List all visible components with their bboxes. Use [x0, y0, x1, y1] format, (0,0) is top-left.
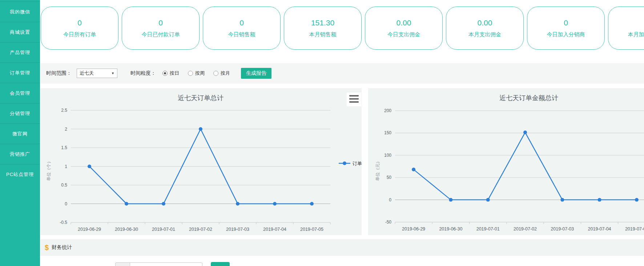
y-tick-label: 100	[384, 153, 391, 158]
sidebar-item-1[interactable]: 商城设置	[0, 22, 40, 42]
sidebar-item-4[interactable]: 会员管理	[0, 83, 40, 103]
y-tick-label: -50	[385, 220, 392, 225]
stat-card-label: 今日加入分销商	[547, 31, 585, 38]
chart-title: 近七天订单总计	[178, 94, 224, 102]
stat-card-label: 本月加入分销商	[628, 31, 644, 38]
chart-title: 近七天订单金额总计	[499, 94, 558, 102]
line-chart[interactable]: 近七天订单金额总计200150100500-50单位（元）2019-06-292…	[368, 88, 644, 235]
stat-card-3: 151.30本月销售额	[284, 7, 362, 50]
data-point[interactable]	[523, 131, 527, 134]
sidebar-item-7[interactable]: 营销推广	[0, 144, 40, 164]
y-tick-label: 2	[65, 127, 67, 132]
sidebar: 我的微信商城设置产品管理订单管理会员管理分销管理微官网营销推广PC站点管理	[0, 0, 40, 266]
data-point[interactable]	[88, 165, 91, 168]
data-point[interactable]	[449, 198, 452, 202]
toolbox-dataview-icon[interactable]	[347, 93, 361, 106]
stat-card-6: 0今日加入分销商	[527, 7, 605, 50]
y-tick-label: -0.5	[60, 220, 67, 225]
stat-card-label: 本月销售额	[309, 31, 337, 38]
data-point[interactable]	[598, 198, 601, 202]
x-tick-label: 2019-06-30	[115, 227, 138, 232]
filter-bar: 时间范围： 近七天 ▼ 时间粒度： 按日按周按月 生成报告	[40, 63, 644, 83]
x-tick-label: 2019-07-01	[476, 226, 500, 232]
x-tick-label: 2019-07-02	[514, 226, 537, 232]
line-chart[interactable]: 近七天订单总计2.521.510.50-0.5单位（个）2019-06-2920…	[40, 88, 362, 235]
radio-option-2[interactable]: 按月	[213, 70, 230, 77]
stat-card-value: 0.00	[397, 19, 411, 27]
stat-card-label: 今日支出佣金	[387, 31, 420, 38]
time-range-value: 近七天	[80, 70, 94, 77]
stat-card-label: 今日已付款订单	[142, 31, 180, 38]
stat-card-0: 0今日所有订单	[41, 7, 118, 50]
x-tick-label: 2019-06-30	[439, 226, 462, 232]
x-tick-label: 2019-07-03	[551, 226, 574, 232]
stat-card-value: 0	[158, 19, 163, 27]
stat-card-value: 151.30	[311, 19, 334, 27]
radio-label: 按日	[170, 70, 179, 77]
order-amount-chart-panel[interactable]: 近七天订单金额总计200150100500-50单位（元）2019-06-292…	[368, 88, 644, 235]
data-point[interactable]	[125, 202, 128, 206]
dashboard-page: 我的微信商城设置产品管理订单管理会员管理分销管理微官网营销推广PC站点管理 0今…	[0, 0, 644, 266]
x-tick-label: 2019-07-01	[152, 227, 175, 232]
y-tick-label: 1	[65, 164, 67, 169]
generate-report-button[interactable]: 生成报告	[241, 68, 271, 79]
sidebar-item-6[interactable]: 微官网	[0, 123, 40, 144]
sidebar-menu: 我的微信商城设置产品管理订单管理会员管理分销管理微官网营销推广PC站点管理	[0, 1, 40, 184]
y-axis-name: 单位（个）	[46, 159, 51, 181]
data-point[interactable]	[635, 198, 639, 202]
x-tick-label: 2019-07-02	[189, 227, 212, 232]
finance-submit-button[interactable]	[211, 262, 230, 266]
stat-card-label: 本月支出佣金	[468, 31, 501, 38]
finance-text-input[interactable]	[130, 262, 202, 266]
y-axis-name: 单位（元）	[375, 159, 380, 181]
data-point[interactable]	[560, 198, 564, 202]
data-point[interactable]	[273, 202, 277, 206]
radio-option-1[interactable]: 按周	[188, 70, 205, 77]
stat-card-label: 今日所有订单	[63, 31, 96, 38]
data-point[interactable]	[486, 198, 490, 202]
chevron-down-icon: ▼	[111, 71, 114, 75]
data-point[interactable]	[236, 202, 240, 206]
radio-checked-icon[interactable]	[162, 71, 168, 76]
sidebar-item-8[interactable]: PC站点管理	[0, 164, 40, 184]
data-point[interactable]	[412, 168, 415, 171]
y-tick-label: 0.5	[61, 183, 67, 188]
sidebar-item-5[interactable]: 分销管理	[0, 103, 40, 123]
finance-input-group	[115, 262, 202, 266]
data-point[interactable]	[310, 202, 314, 206]
data-point[interactable]	[162, 202, 165, 206]
data-point[interactable]	[199, 127, 202, 131]
stat-card-2: 0今日销售额	[203, 7, 281, 50]
stat-card-7: 0本月加入分销商	[608, 7, 644, 50]
x-tick-label: 2019-06-29	[78, 227, 101, 232]
x-tick-label: 2019-07-04	[263, 227, 286, 232]
y-tick-label: 0	[65, 201, 67, 206]
y-tick-label: 2.5	[61, 108, 67, 113]
radio-unchecked-icon[interactable]	[188, 71, 193, 76]
y-tick-label: 150	[384, 130, 391, 135]
stat-card-label: 今日销售额	[228, 31, 255, 38]
granularity-radio-group: 按日按周按月	[162, 70, 239, 77]
radio-unchecked-icon[interactable]	[213, 71, 218, 76]
x-tick-label: 2019-07-05	[625, 226, 644, 232]
legend-item[interactable]: 订单	[339, 161, 362, 166]
orders-chart-panel[interactable]: 近七天订单总计2.521.510.50-0.5单位（个）2019-06-2920…	[40, 88, 362, 235]
stat-card-value: 0	[77, 19, 82, 27]
sidebar-item-3[interactable]: 订单管理	[0, 62, 40, 83]
stat-cards-row: 0今日所有订单0今日已付款订单0今日销售额151.30本月销售额0.00今日支出…	[41, 7, 644, 50]
granularity-label: 时间粒度：	[130, 70, 156, 77]
stat-card-5: 0.00本月支出佣金	[446, 7, 524, 50]
radio-option-0[interactable]: 按日	[162, 70, 179, 77]
time-range-select[interactable]: 近七天 ▼	[77, 69, 117, 78]
stat-card-1: 0今日已付款订单	[122, 7, 200, 50]
dollar-icon: $	[45, 244, 49, 252]
radio-label: 按月	[221, 70, 230, 77]
y-tick-label: 50	[387, 175, 392, 180]
sidebar-item-2[interactable]: 产品管理	[0, 42, 40, 62]
stat-card-value: 0	[564, 19, 568, 27]
input-addon-button[interactable]	[115, 262, 130, 266]
sidebar-item-0[interactable]: 我的微信	[0, 1, 40, 22]
stat-card-4: 0.00今日支出佣金	[365, 7, 443, 50]
x-tick-label: 2019-06-29	[402, 226, 425, 232]
y-tick-label: 200	[384, 108, 391, 113]
